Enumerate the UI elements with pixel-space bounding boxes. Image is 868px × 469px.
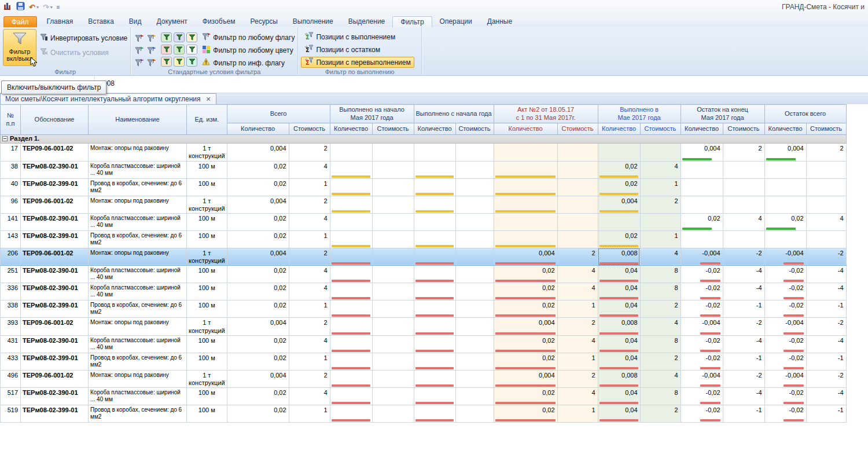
cell-unit[interactable]: 100 м xyxy=(187,266,227,283)
cell-mae_s[interactable]: 2 xyxy=(640,405,681,423)
cell-mae_s[interactable]: 1 xyxy=(640,178,681,196)
cell-vsego_k[interactable]: 0,02 xyxy=(227,335,289,353)
cell-ostv_k[interactable]: -0,02 xyxy=(764,266,806,283)
cell-sng_k[interactable] xyxy=(414,318,455,335)
cell-ostk_s[interactable]: 2 xyxy=(723,144,764,161)
cell-ostv_s[interactable]: -1 xyxy=(806,353,846,370)
cell-unit[interactable]: 1 т конструкций xyxy=(187,196,227,213)
cell-vsego_s[interactable]: 1 xyxy=(289,230,330,248)
cell-nach_k[interactable] xyxy=(330,405,372,423)
cell-akt_k[interactable]: 0,02 xyxy=(494,301,557,318)
invert-condition-button[interactable]: Инвертировать условие xyxy=(40,32,127,44)
cell-nach_s[interactable] xyxy=(372,370,414,387)
cell-nach_k[interactable] xyxy=(330,318,372,335)
flag-funnel-button[interactable] xyxy=(146,57,157,68)
cell-name[interactable]: Монтаж: опоры под раковину xyxy=(89,318,187,335)
tab-view[interactable]: Вид xyxy=(122,16,149,27)
flag-funnel-button[interactable] xyxy=(146,45,157,56)
cell-akt_k[interactable]: 0,02 xyxy=(494,388,557,405)
cell-akt_k[interactable]: 0,02 xyxy=(494,335,557,353)
cell-sng_s[interactable] xyxy=(455,283,494,301)
cell-ostk_k[interactable]: -0,02 xyxy=(681,335,723,353)
cell-nach_k[interactable] xyxy=(330,196,372,213)
tab-filter[interactable]: Фильтр xyxy=(392,16,432,27)
formula-bar[interactable]: 0,008 xyxy=(0,76,868,93)
cell-nach_k[interactable] xyxy=(330,266,372,283)
cell-vsego_s[interactable]: 4 xyxy=(289,283,330,301)
cell-akt_s[interactable]: 4 xyxy=(557,283,598,301)
cell-ostv_k[interactable]: 0,02 xyxy=(764,213,806,230)
cell-row-number[interactable]: 96 xyxy=(1,196,21,213)
cell-row-number[interactable]: 393 xyxy=(1,318,21,335)
cell-ostk_k[interactable] xyxy=(681,178,723,196)
cell-akt_k[interactable]: 0,004 xyxy=(494,248,557,265)
cell-code[interactable]: ТЕРм08-02-399-01 xyxy=(21,178,89,196)
tab-file[interactable]: Файл xyxy=(3,16,37,27)
undo-button[interactable]: ↶ ▾ xyxy=(29,3,39,12)
cell-row-number[interactable]: 431 xyxy=(1,335,21,353)
cell-sng_k[interactable] xyxy=(414,161,455,178)
cell-sng_s[interactable] xyxy=(455,353,494,370)
cell-code[interactable]: ТЕРм08-02-390-01 xyxy=(21,283,89,301)
cell-vsego_s[interactable]: 4 xyxy=(289,213,330,230)
cell-vsego_s[interactable]: 2 xyxy=(289,370,330,387)
cell-ostk_k[interactable]: -0,004 xyxy=(681,248,723,265)
cell-mae_s[interactable]: 4 xyxy=(640,248,681,265)
color-filter-swatch[interactable] xyxy=(161,57,172,67)
cell-nach_s[interactable] xyxy=(372,161,414,178)
cell-vsego_k[interactable]: 0,02 xyxy=(227,353,289,370)
cell-ostk_k[interactable]: 0,004 xyxy=(681,144,723,161)
cell-vsego_k[interactable]: 0,004 xyxy=(227,370,289,387)
cell-mae_k[interactable]: 0,004 xyxy=(598,196,640,213)
cell-akt_k[interactable] xyxy=(494,161,557,178)
cell-akt_s[interactable] xyxy=(557,196,598,213)
cell-sng_k[interactable] xyxy=(414,353,455,370)
cell-ostv_k[interactable]: -0,02 xyxy=(764,405,806,423)
cell-ostk_s[interactable]: -1 xyxy=(723,353,764,370)
cell-ostv_s[interactable]: -4 xyxy=(806,388,846,405)
cell-mae_s[interactable] xyxy=(640,144,681,161)
cell-vsego_s[interactable]: 1 xyxy=(289,301,330,318)
cell-code[interactable]: ТЕРм08-02-390-01 xyxy=(21,161,89,178)
cell-mae_s[interactable]: 8 xyxy=(640,388,681,405)
cell-nach_k[interactable] xyxy=(330,283,372,301)
cell-ostv_s[interactable]: -2 xyxy=(806,248,846,265)
cell-unit[interactable]: 100 м xyxy=(187,353,227,370)
cell-unit[interactable]: 100 м xyxy=(187,178,227,196)
cell-sng_k[interactable] xyxy=(414,196,455,213)
cell-unit[interactable]: 100 м xyxy=(187,213,227,230)
cell-akt_k[interactable]: 0,02 xyxy=(494,405,557,423)
color-filter-swatch[interactable] xyxy=(174,57,185,67)
cell-vsego_k[interactable]: 0,004 xyxy=(227,196,289,213)
tab-phys-volume[interactable]: Физобъем xyxy=(195,16,243,27)
cell-mae_k[interactable] xyxy=(598,144,640,161)
cell-name[interactable]: Монтаж: опоры под раковину xyxy=(89,370,187,387)
cell-ostv_s[interactable]: -2 xyxy=(806,318,846,335)
cell-mae_k[interactable]: 0,02 xyxy=(598,178,640,196)
section-row[interactable]: Раздел 1. xyxy=(1,135,847,144)
cell-name[interactable]: Монтаж: опоры под раковину xyxy=(89,248,187,265)
cell-ostk_k[interactable] xyxy=(681,196,723,213)
cell-akt_s[interactable] xyxy=(557,161,598,178)
cell-mae_s[interactable] xyxy=(640,213,681,230)
cell-akt_s[interactable] xyxy=(557,213,598,230)
cell-ostk_k[interactable]: -0,004 xyxy=(681,318,723,335)
cell-sng_k[interactable] xyxy=(414,405,455,423)
cell-vsego_s[interactable]: 2 xyxy=(289,196,330,213)
cell-sng_k[interactable] xyxy=(414,144,455,161)
cell-mae_s[interactable]: 8 xyxy=(640,283,681,301)
cell-row-number[interactable]: 519 xyxy=(1,405,21,423)
cell-akt_k[interactable] xyxy=(494,230,557,248)
cell-ostv_k[interactable] xyxy=(764,196,806,213)
cell-vsego_k[interactable]: 0,02 xyxy=(227,405,289,423)
cell-akt_k[interactable] xyxy=(494,178,557,196)
cell-ostv_k[interactable]: -0,004 xyxy=(764,248,806,265)
cell-vsego_s[interactable]: 2 xyxy=(289,144,330,161)
color-filter-swatch[interactable] xyxy=(186,32,197,42)
cell-ostv_s[interactable]: -4 xyxy=(806,266,846,283)
cell-name[interactable]: Провод в коробах, сечением: до 6 мм2 xyxy=(89,405,187,423)
cell-sng_s[interactable] xyxy=(455,213,494,230)
cell-vsego_k[interactable]: 0,004 xyxy=(227,248,289,265)
cell-nach_s[interactable] xyxy=(372,196,414,213)
cell-akt_k[interactable]: 0,02 xyxy=(494,283,557,301)
